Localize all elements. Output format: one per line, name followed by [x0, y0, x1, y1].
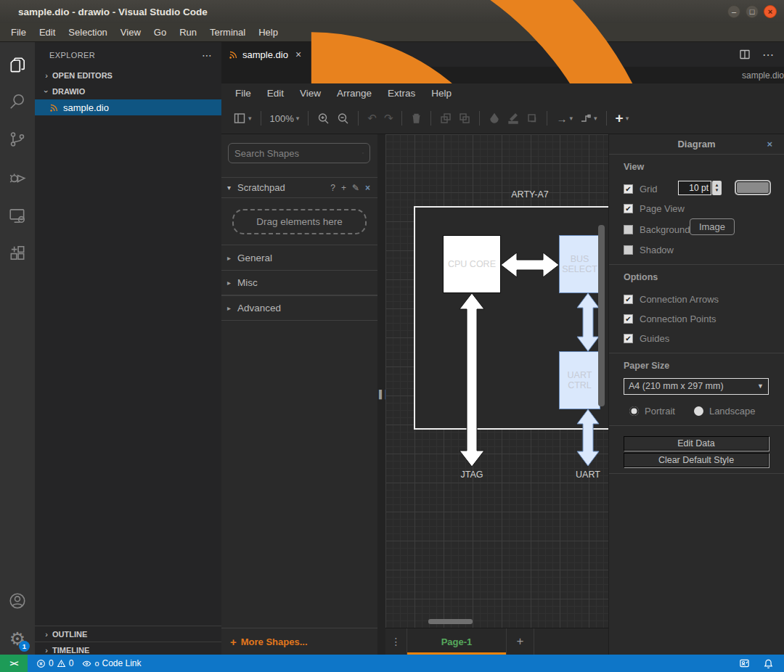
remote-indicator[interactable]: >< [0, 655, 28, 672]
warning-icon [57, 659, 66, 668]
drawio-menu-help[interactable]: Help [423, 88, 460, 99]
maximize-button[interactable]: □ [746, 5, 759, 18]
drawio-menu-bar: File Edit View Arrange Extras Help [221, 83, 784, 103]
file-item-sample-dio[interactable]: sample.dio [35, 99, 221, 115]
connection-style-icon[interactable]: →▾ [552, 109, 576, 128]
accounts-icon[interactable] [0, 586, 35, 615]
close-button[interactable]: × [764, 5, 777, 18]
drawio-menu-file[interactable]: File [227, 88, 259, 99]
canvas-vertical-scrollbar[interactable] [598, 225, 605, 406]
scratchpad-close-icon[interactable]: × [365, 183, 370, 193]
chevron-right-icon: › [41, 71, 52, 80]
to-back-icon[interactable] [455, 109, 474, 128]
extensions-icon[interactable] [0, 239, 35, 268]
grid-color-swatch[interactable] [736, 181, 769, 194]
settings-gear-icon[interactable]: ⚙ 1 [0, 624, 35, 653]
format-panel-close-icon[interactable]: × [767, 139, 772, 149]
connection-points-checkbox[interactable]: ✔ [624, 314, 633, 324]
landscape-radio[interactable] [694, 406, 703, 416]
line-color-icon[interactable] [504, 109, 523, 128]
scratchpad-help-icon[interactable]: ? [330, 183, 335, 193]
shapes-section-misc[interactable]: ▸ Misc [221, 270, 377, 295]
eye-icon [82, 659, 91, 668]
canvas-horizontal-scrollbar[interactable] [428, 619, 473, 624]
guides-checkbox[interactable]: ✔ [624, 334, 633, 343]
page-tab-1[interactable]: Page-1 [407, 628, 507, 655]
panel-resize-gutter[interactable]: ▌▌ [377, 134, 385, 672]
zoom-out-icon[interactable] [333, 109, 353, 128]
run-debug-icon[interactable] [0, 163, 35, 192]
diagram-canvas[interactable]: ARTY-A7 CPU CORE BUS SELECT UART CTRL JT… [385, 134, 608, 628]
drawio-menu-edit[interactable]: Edit [259, 88, 292, 99]
zoom-in-icon[interactable] [314, 109, 333, 128]
port-label-jtag: JTAG [443, 470, 501, 480]
drawio-menu-arrange[interactable]: Arrange [329, 88, 380, 99]
add-page-button[interactable]: + [507, 628, 534, 655]
menu-file[interactable]: File [4, 27, 33, 38]
menu-edit[interactable]: Edit [33, 27, 62, 38]
shapes-section-general[interactable]: ▸ General [221, 245, 377, 270]
notifications-bell-icon[interactable] [763, 658, 774, 669]
editor-area: sample.dio × ⋯ sample.dio File Edit View… [221, 42, 784, 655]
source-control-icon[interactable] [0, 125, 35, 154]
outline-section[interactable]: › OUTLINE [35, 626, 221, 642]
fill-color-icon[interactable] [485, 109, 504, 128]
background-image-button[interactable]: Image [690, 218, 735, 235]
folder-drawio-section[interactable]: › DRAWIO [35, 83, 221, 99]
error-icon [36, 659, 46, 668]
format-tab-diagram[interactable]: Diagram [677, 139, 715, 149]
portrait-radio[interactable] [629, 406, 639, 416]
connection-arrows-checkbox[interactable]: ✔ [624, 295, 633, 304]
waypoint-style-icon[interactable]: ▾ [576, 109, 601, 128]
node-cpu-core[interactable]: CPU CORE [443, 235, 501, 293]
code-link-status[interactable]: o Code Link [82, 658, 141, 668]
feedback-icon[interactable] [739, 658, 750, 669]
menu-selection[interactable]: Selection [62, 27, 113, 38]
drawio-toolbar: ▾ 100% ▾ ↶ ↷ [221, 103, 784, 134]
more-shapes-button[interactable]: + More Shapes... [221, 628, 377, 655]
redo-icon[interactable]: ↷ [380, 109, 397, 128]
insert-icon[interactable]: +▾ [612, 109, 633, 128]
problems-status[interactable]: 0 0 [36, 658, 73, 668]
node-uart-ctrl[interactable]: UART CTRL [559, 351, 600, 409]
breadcrumb[interactable]: sample.dio [221, 67, 784, 83]
shadow-checkbox[interactable] [624, 245, 633, 255]
edit-data-button[interactable]: Edit Data [624, 436, 769, 451]
grid-size-stepper[interactable]: ▲▼ [712, 181, 722, 195]
scratchpad-add-icon[interactable]: + [341, 183, 346, 193]
remote-explorer-icon[interactable] [0, 201, 35, 230]
shadow-icon[interactable] [523, 109, 542, 128]
to-front-icon[interactable] [436, 109, 455, 128]
paper-size-select[interactable]: A4 (210 mm x 297 mm) ▼ [624, 378, 769, 395]
grid-checkbox[interactable]: ✔ [624, 184, 633, 194]
scratchpad-section[interactable]: ▾ Scratchpad ? + ✎ × [221, 177, 377, 198]
drawio-menu-extras[interactable]: Extras [380, 88, 423, 99]
explorer-icon[interactable] [0, 51, 35, 80]
zoom-level-dropdown[interactable]: 100% ▾ [266, 109, 303, 128]
node-bus-select[interactable]: BUS SELECT [559, 235, 600, 293]
menu-run[interactable]: Run [173, 27, 203, 38]
shapes-section-advanced[interactable]: ▸ Advanced [221, 295, 377, 321]
menu-go[interactable]: Go [147, 27, 173, 38]
editor-more-actions-icon[interactable]: ⋯ [762, 48, 774, 62]
pages-menu-icon[interactable]: ⋮ [385, 628, 407, 655]
clear-default-style-button[interactable]: Clear Default Style [624, 453, 769, 467]
page-view-icon[interactable]: ▾ [230, 109, 256, 128]
undo-icon[interactable]: ↶ [364, 109, 380, 128]
scratchpad-dropzone[interactable]: Drag elements here [232, 209, 367, 234]
chevron-down-icon: ▾ [227, 184, 237, 192]
explorer-more-actions-icon[interactable]: ⋯ [202, 49, 213, 61]
open-editors-section[interactable]: › OPEN EDITORS [35, 67, 221, 83]
vscode-window: sample.dio - drawio - Visual Studio Code… [0, 0, 784, 672]
circle-icon: o [94, 659, 99, 668]
search-icon[interactable] [0, 87, 35, 116]
scratchpad-edit-icon[interactable]: ✎ [352, 183, 359, 193]
drawio-menu-view[interactable]: View [292, 88, 329, 99]
page-view-checkbox[interactable]: ✔ [624, 204, 633, 213]
background-checkbox[interactable] [624, 225, 633, 234]
delete-icon[interactable] [407, 109, 425, 128]
format-section-view: View ✔ Grid 10 pt ▲▼ ✔ Page View Back [609, 155, 784, 265]
menu-view[interactable]: View [114, 27, 147, 38]
grid-size-input[interactable]: 10 pt [678, 181, 711, 195]
shape-search-input[interactable] [234, 148, 362, 159]
